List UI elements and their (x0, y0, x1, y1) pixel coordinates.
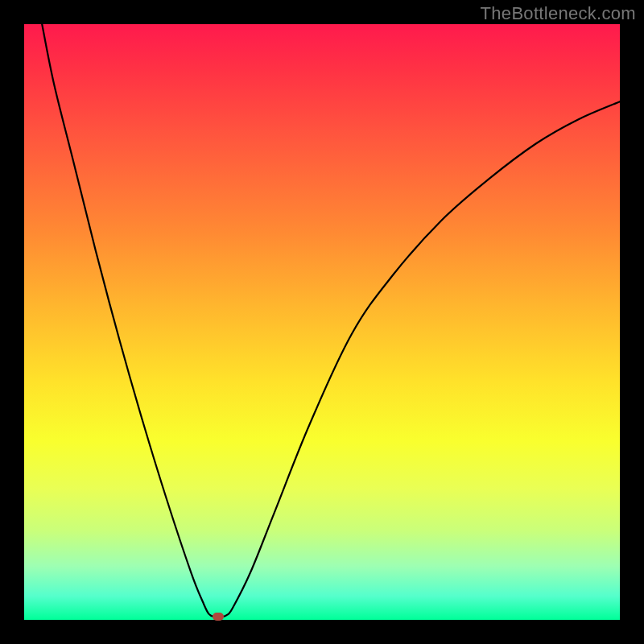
watermark-text: TheBottleneck.com (481, 3, 636, 24)
plot-area (24, 24, 620, 620)
bottleneck-curve (24, 24, 620, 620)
optimum-marker (213, 613, 224, 621)
chart-frame: TheBottleneck.com (0, 0, 644, 644)
